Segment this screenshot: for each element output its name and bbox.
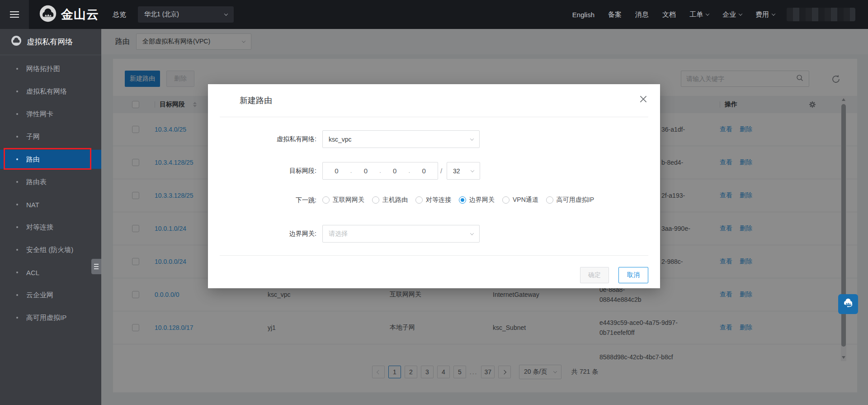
sidebar-item-nat[interactable]: NAT xyxy=(0,193,101,216)
ip-octet[interactable]: 0 xyxy=(381,167,409,175)
bullet-icon xyxy=(16,226,18,228)
sidebar-item-vpc[interactable]: 虚拟私有网络 xyxy=(0,80,101,103)
sidebar-item-route[interactable]: 路由 xyxy=(0,150,101,169)
chevron-down-icon xyxy=(224,12,228,15)
topnav-link[interactable]: 文档 xyxy=(662,10,676,19)
sidebar-item-label: 安全组 (防火墙) xyxy=(26,246,73,254)
chevron-down-icon xyxy=(739,12,742,15)
topnav-dropdown[interactable]: 企业 xyxy=(722,10,742,19)
bullet-icon xyxy=(16,136,18,138)
chevron-down-icon xyxy=(471,168,474,172)
chevron-down-icon xyxy=(772,12,775,15)
customer-service-widget[interactable] xyxy=(838,294,858,314)
brand-logo[interactable]: 金山云 xyxy=(39,5,99,24)
topbar: 金山云 总览 华北1 (北京) English备案消息文档工单企业费用 xyxy=(0,0,868,29)
cloud-logo-icon xyxy=(39,5,57,24)
topnav-link[interactable]: 消息 xyxy=(635,10,649,19)
sidebar-item-havip[interactable]: 高可用虚拟IP xyxy=(0,306,101,329)
topnav-dropdown[interactable]: 工单 xyxy=(689,10,709,19)
radio-icon xyxy=(372,196,379,204)
ip-octet[interactable]: 0 xyxy=(352,167,379,175)
modal-footer-divider xyxy=(220,255,648,256)
bullet-icon xyxy=(16,158,18,160)
create-route-modal: 新建路由 虚拟私有网络: ksc_vpc 目标网段: 0.0.0.0 / 32 … xyxy=(208,84,660,288)
radio-icon xyxy=(546,196,553,204)
topnav-link[interactable]: 备案 xyxy=(608,10,622,19)
bullet-icon xyxy=(16,317,18,319)
cancel-button[interactable]: 取消 xyxy=(618,267,648,283)
radio-label: VPN通道 xyxy=(513,196,538,204)
radio-label: 对等连接 xyxy=(426,196,451,204)
radio-icon xyxy=(415,196,423,204)
radio-option[interactable]: VPN通道 xyxy=(502,196,538,204)
sidebar-item-label: 子网 xyxy=(26,133,40,141)
radio-label: 主机路由 xyxy=(382,196,408,204)
cidr-ip-input[interactable]: 0.0.0.0 xyxy=(322,162,438,180)
hamburger-menu-button[interactable] xyxy=(0,0,29,29)
vpc-select[interactable]: ksc_vpc xyxy=(322,130,480,148)
nexthop-field-label: 下一跳: xyxy=(208,193,316,207)
close-icon[interactable] xyxy=(638,94,648,104)
brand-name: 金山云 xyxy=(61,6,99,23)
sidebar-item-label: ACL xyxy=(26,269,39,276)
modal-title: 新建路由 xyxy=(240,95,272,106)
radio-option[interactable]: 主机路由 xyxy=(372,196,408,204)
radio-label: 互联网网关 xyxy=(333,196,364,204)
radio-label: 高可用虚拟IP xyxy=(557,196,594,204)
cidr-field-label: 目标网段: xyxy=(208,162,316,180)
region-select[interactable]: 华北1 (北京) xyxy=(138,6,234,23)
topnav-link[interactable]: English xyxy=(572,11,594,19)
user-account-redacted[interactable] xyxy=(787,8,855,21)
sidebar-item-peering[interactable]: 对等连接 xyxy=(0,216,101,238)
topnav-dropdown[interactable]: 费用 xyxy=(755,10,775,19)
sidebar-item-subnet[interactable]: 子网 xyxy=(0,125,101,148)
gateway-select-placeholder: 请选择 xyxy=(329,230,348,238)
sidebar-item-ccn[interactable]: 云企业网 xyxy=(0,284,101,306)
chevron-down-icon xyxy=(470,137,474,140)
cloud-headset-icon xyxy=(841,296,855,312)
radio-option[interactable]: 对等连接 xyxy=(415,196,451,204)
bullet-icon xyxy=(16,294,18,296)
radio-icon xyxy=(459,196,466,204)
gateway-select[interactable]: 请选择 xyxy=(322,225,480,243)
radio-icon xyxy=(502,196,509,204)
chevron-down-icon xyxy=(470,231,474,235)
radio-icon xyxy=(322,196,330,204)
topnav: English备案消息文档工单企业费用 xyxy=(572,10,775,19)
radio-option[interactable]: 边界网关 xyxy=(459,196,495,204)
sidebar-item-eni[interactable]: 弹性网卡 xyxy=(0,103,101,125)
bullet-icon xyxy=(16,272,18,273)
sidebar-item-label: 云企业网 xyxy=(26,291,53,300)
cidr-slash: / xyxy=(440,162,442,180)
bullet-icon xyxy=(16,249,18,251)
sidebar-item-topology[interactable]: 网络拓扑图 xyxy=(0,57,101,80)
bullet-icon xyxy=(16,181,18,183)
bullet-icon xyxy=(16,91,18,92)
bullet-icon xyxy=(16,68,18,70)
modal-divider xyxy=(220,117,648,117)
topnav-overview[interactable]: 总览 xyxy=(113,10,126,19)
nexthop-radio-group: 互联网网关主机路由对等连接边界网关VPN通道高可用虚拟IP xyxy=(322,193,594,207)
ip-octet[interactable]: 0 xyxy=(410,167,438,175)
sidebar-title: 虚拟私有网络 xyxy=(27,37,73,47)
vpc-product-icon xyxy=(11,35,22,48)
sidebar-item-label: 高可用虚拟IP xyxy=(26,314,66,322)
radio-option[interactable]: 高可用虚拟IP xyxy=(546,196,594,204)
prefix-select[interactable]: 32 xyxy=(447,162,480,180)
chevron-down-icon xyxy=(706,12,709,15)
sidebar-item-route-table[interactable]: 路由表 xyxy=(0,171,101,193)
sidebar-item-label: 虚拟私有网络 xyxy=(26,87,67,96)
sidebar-item-label: 网络拓扑图 xyxy=(26,65,60,73)
sidebar-item-security-group[interactable]: 安全组 (防火墙) xyxy=(0,238,101,261)
region-value: 华北1 (北京) xyxy=(144,10,179,19)
confirm-button[interactable]: 确定 xyxy=(580,267,609,283)
gateway-field-label: 边界网关: xyxy=(208,225,316,243)
prefix-select-value: 32 xyxy=(453,167,460,175)
bullet-icon xyxy=(16,113,18,115)
sidebar-item-acl[interactable]: ACL xyxy=(0,261,101,284)
sidebar: 虚拟私有网络 网络拓扑图虚拟私有网络弹性网卡子网路由路由表NAT对等连接安全组 … xyxy=(0,29,101,405)
ip-octet[interactable]: 0 xyxy=(323,167,350,175)
sidebar-collapse-handle[interactable] xyxy=(91,259,101,274)
radio-option[interactable]: 互联网网关 xyxy=(322,196,364,204)
sidebar-menu: 网络拓扑图虚拟私有网络弹性网卡子网路由路由表NAT对等连接安全组 (防火墙)AC… xyxy=(0,55,101,329)
